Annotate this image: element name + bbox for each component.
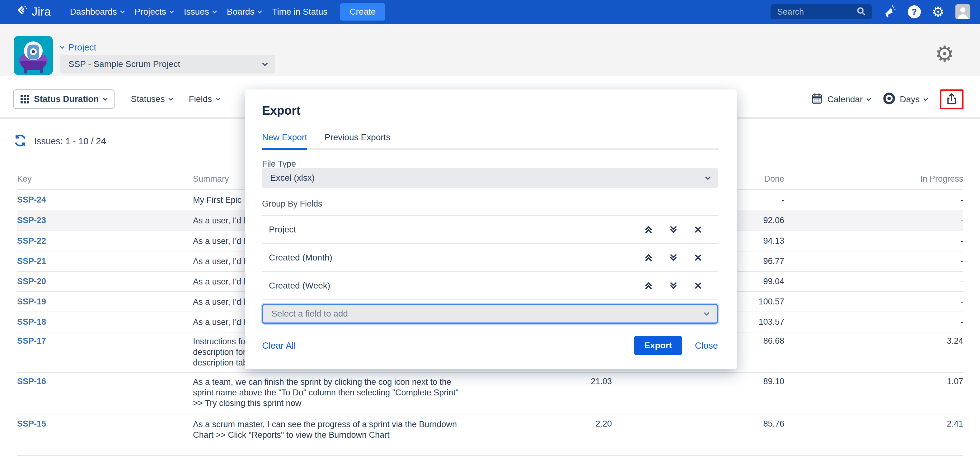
nav-item-dashboards[interactable]: Dashboards	[70, 7, 124, 17]
group-by-row: Created (Week)	[262, 271, 718, 299]
view-selector-button[interactable]: Status Duration	[13, 89, 115, 109]
fields-dropdown[interactable]: Fields	[189, 94, 220, 104]
in-progress-value: -	[784, 297, 963, 307]
group-by-label: Group By Fields	[262, 199, 322, 209]
remove-field-icon[interactable]	[694, 253, 702, 262]
top-navbar: Jira Dashboards Projects Issues Boards T…	[0, 0, 980, 24]
project-avatar	[14, 36, 53, 75]
statuses-dropdown[interactable]: Statuses	[131, 94, 172, 104]
table-row: SSP-15 As a scrum master, I can see the …	[17, 414, 963, 456]
settings-gear-icon[interactable]: ⚙	[932, 5, 944, 19]
search-placeholder: Search	[777, 7, 856, 17]
nav-item-issues[interactable]: Issues	[184, 7, 216, 17]
nav-item-time-in-status[interactable]: Time in Status	[272, 7, 328, 17]
group-by-row: Created (Month)	[262, 243, 718, 271]
in-progress-value: 3.24	[784, 332, 963, 346]
tab-previous-exports[interactable]: Previous Exports	[325, 133, 391, 148]
remove-field-icon[interactable]	[694, 281, 702, 290]
issue-key-link[interactable]: SSP-24	[17, 195, 46, 204]
chevron-down-icon	[705, 174, 711, 180]
modal-footer: Clear All Export Close	[262, 335, 718, 356]
search-input[interactable]: Search	[770, 4, 872, 19]
move-bottom-icon[interactable]	[669, 225, 678, 234]
done-value: 89.10	[612, 373, 784, 386]
in-progress-value: -	[784, 236, 963, 246]
move-bottom-icon[interactable]	[669, 281, 678, 291]
refresh-icon[interactable]	[13, 133, 27, 149]
issue-key-link[interactable]: SSP-16	[17, 377, 46, 386]
chevron-down-icon	[258, 8, 262, 13]
issue-key-link[interactable]: SSP-22	[17, 236, 46, 246]
chevron-down-icon	[120, 8, 125, 13]
table-row: SSP-16 As a team, we can finish the spri…	[17, 373, 963, 414]
in-progress-value: 2.41	[784, 414, 963, 429]
add-field-placeholder: Select a field to add	[271, 309, 705, 319]
create-button[interactable]: Create	[340, 3, 385, 21]
jira-logo-icon	[16, 5, 29, 19]
chevron-down-icon	[262, 61, 268, 66]
chevron-down-icon	[212, 8, 217, 13]
calendar-dropdown[interactable]: Calendar	[811, 92, 871, 107]
move-top-icon[interactable]	[644, 225, 653, 234]
export-submit-button[interactable]: Export	[634, 336, 682, 355]
export-upload-icon	[945, 92, 959, 107]
project-header-section: Project SSP - Sample Scrum Project ⚙	[0, 24, 980, 76]
app-root: Jira Dashboards Projects Issues Boards T…	[0, 0, 980, 463]
days-dropdown[interactable]: Days	[883, 92, 928, 107]
grid-icon	[21, 95, 29, 104]
move-bottom-icon[interactable]	[669, 253, 678, 262]
project-select-value: SSP - Sample Scrum Project	[68, 59, 263, 69]
column-header-in-progress[interactable]: In Progress	[784, 174, 963, 184]
export-modal: Export New Export Previous Exports File …	[245, 89, 737, 369]
chevron-down-icon	[103, 96, 108, 101]
chevron-down-icon	[923, 96, 928, 101]
column-header-key[interactable]: Key	[17, 174, 193, 184]
modal-title: Export	[262, 104, 301, 118]
issue-key-link[interactable]: SSP-20	[17, 277, 46, 286]
jira-logo[interactable]: Jira	[16, 5, 51, 19]
file-type-label: File Type	[262, 159, 296, 169]
group-by-row: Project	[262, 215, 718, 243]
done-value: 85.76	[612, 414, 784, 429]
issue-key-link[interactable]: SSP-17	[17, 336, 46, 345]
in-progress-value: -	[784, 317, 963, 327]
nav-item-projects[interactable]: Projects	[135, 7, 173, 17]
export-open-button[interactable]	[940, 89, 964, 109]
group-by-fields-list: Project Created (Month)	[262, 215, 718, 300]
in-progress-value: -	[784, 216, 963, 225]
chevron-down-icon	[216, 96, 221, 101]
issues-count-text: Issues: 1 - 10 / 24	[34, 136, 106, 147]
tab-new-export[interactable]: New Export	[262, 133, 307, 148]
chevron-down-icon	[60, 44, 65, 49]
nav-item-boards[interactable]: Boards	[227, 7, 262, 17]
chevron-down-icon	[169, 8, 174, 13]
page-settings-gear-icon[interactable]: ⚙	[935, 43, 955, 65]
search-icon	[856, 6, 867, 18]
in-progress-value: -	[784, 195, 963, 205]
modal-tabs: New Export Previous Exports	[262, 133, 719, 150]
issues-count-bar: Issues: 1 - 10 / 24	[13, 133, 106, 149]
user-avatar[interactable]	[955, 4, 970, 19]
issue-key-link[interactable]: SSP-15	[17, 419, 46, 428]
chevron-down-icon	[704, 310, 709, 316]
announcement-icon[interactable]	[883, 5, 897, 19]
help-icon[interactable]: ?	[908, 5, 921, 18]
project-collapse-toggle[interactable]: Project	[60, 42, 96, 53]
issue-key-link[interactable]: SSP-23	[17, 216, 46, 225]
project-select[interactable]: SSP - Sample Scrum Project	[60, 55, 275, 73]
issue-key-link[interactable]: SSP-19	[17, 297, 46, 306]
move-top-icon[interactable]	[644, 281, 653, 291]
issue-summary: As a scrum master, I can see the progres…	[193, 414, 485, 440]
remove-field-icon[interactable]	[694, 225, 702, 234]
in-progress-value: 1.07	[784, 373, 963, 386]
clear-all-button[interactable]: Clear All	[262, 340, 296, 351]
file-type-select[interactable]: Excel (xlsx)	[262, 168, 718, 188]
issue-summary: As a team, we can finish the sprint by c…	[193, 373, 485, 409]
issue-key-link[interactable]: SSP-18	[17, 317, 46, 327]
eye-icon	[883, 92, 895, 107]
move-top-icon[interactable]	[644, 253, 653, 262]
issue-key-link[interactable]: SSP-21	[17, 256, 46, 266]
close-button[interactable]: Close	[695, 340, 718, 351]
add-field-select[interactable]: Select a field to add	[262, 304, 718, 324]
chevron-down-icon	[169, 96, 173, 101]
